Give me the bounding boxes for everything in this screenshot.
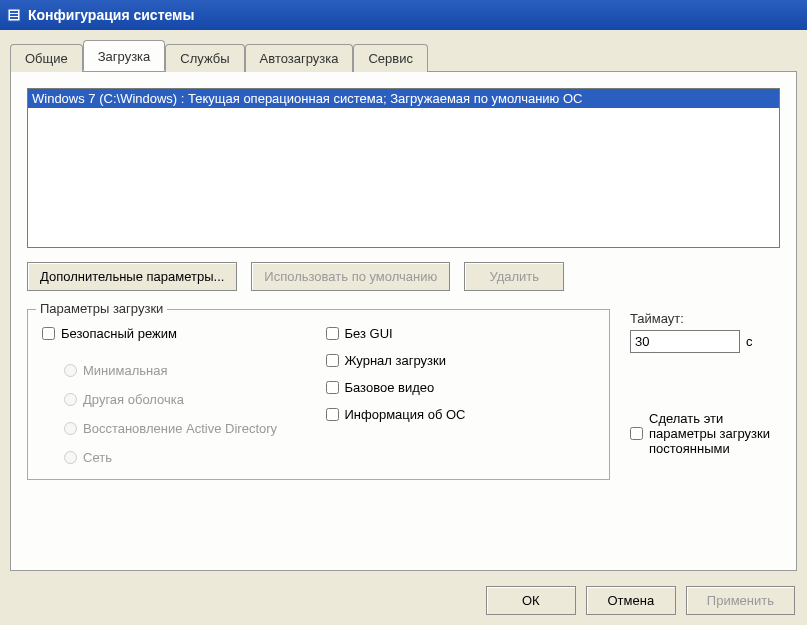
apply-button: Применить — [686, 586, 795, 615]
boot-options-right-col: Без GUI Журнал загрузки Базовое видео — [326, 326, 596, 465]
tab-boot[interactable]: Загрузка — [83, 40, 166, 71]
timeout-unit: с — [746, 334, 753, 349]
timeout-input[interactable] — [630, 330, 740, 353]
persist-checkbox-input[interactable] — [630, 427, 643, 440]
nogui-label: Без GUI — [345, 326, 393, 341]
boot-options-group: Параметры загрузки Безопасный режим Мини… — [27, 309, 610, 480]
boot-options-left-col: Безопасный режим Минимальная Другая обол… — [42, 326, 312, 465]
safeboot-network-input — [64, 451, 77, 464]
basevideo-checkbox[interactable]: Базовое видео — [326, 380, 596, 395]
app-icon — [6, 7, 22, 23]
bootlog-checkbox-input[interactable] — [326, 354, 339, 367]
svg-rect-2 — [10, 14, 18, 16]
svg-rect-3 — [10, 17, 18, 19]
safeboot-minimal-label: Минимальная — [83, 363, 168, 378]
persist-checkbox[interactable]: Сделать эти параметры загрузки постоянны… — [630, 411, 780, 456]
delete-button: Удалить — [464, 262, 564, 291]
tab-tools[interactable]: Сервис — [353, 44, 428, 72]
osinfo-label: Информация об ОС — [345, 407, 466, 422]
boot-options-legend: Параметры загрузки — [36, 301, 167, 316]
safeboot-adrepair-input — [64, 422, 77, 435]
boot-entries-list[interactable]: Windows 7 (C:\Windows) : Текущая операци… — [27, 88, 780, 248]
set-default-button: Использовать по умолчанию — [251, 262, 450, 291]
nogui-checkbox-input[interactable] — [326, 327, 339, 340]
safeboot-minimal-radio: Минимальная — [64, 363, 312, 378]
titlebar[interactable]: Конфигурация системы — [0, 0, 807, 30]
dialog-footer: ОК Отмена Применить — [486, 586, 795, 615]
cancel-button[interactable]: Отмена — [586, 586, 676, 615]
basevideo-checkbox-input[interactable] — [326, 381, 339, 394]
tab-startup[interactable]: Автозагрузка — [245, 44, 354, 72]
ok-button[interactable]: ОК — [486, 586, 576, 615]
safeboot-altshell-label: Другая оболочка — [83, 392, 184, 407]
bootlog-checkbox[interactable]: Журнал загрузки — [326, 353, 596, 368]
safeboot-altshell-input — [64, 393, 77, 406]
safeboot-adrepair-radio: Восстановление Active Directory — [64, 421, 312, 436]
boot-entry-selected[interactable]: Windows 7 (C:\Windows) : Текущая операци… — [28, 89, 779, 108]
basevideo-label: Базовое видео — [345, 380, 435, 395]
safeboot-altshell-radio: Другая оболочка — [64, 392, 312, 407]
bootlog-label: Журнал загрузки — [345, 353, 446, 368]
boot-button-row: Дополнительные параметры... Использовать… — [27, 262, 780, 291]
msconfig-window: Конфигурация системы Общие Загрузка Служ… — [0, 0, 807, 625]
safeboot-adrepair-label: Восстановление Active Directory — [83, 421, 277, 436]
timeout-label: Таймаут: — [630, 311, 780, 326]
persist-label: Сделать эти параметры загрузки постоянны… — [649, 411, 780, 456]
osinfo-checkbox-input[interactable] — [326, 408, 339, 421]
osinfo-checkbox[interactable]: Информация об ОС — [326, 407, 596, 422]
tab-strip: Общие Загрузка Службы Автозагрузка Серви… — [0, 30, 807, 71]
safeboot-network-label: Сеть — [83, 450, 112, 465]
advanced-options-button[interactable]: Дополнительные параметры... — [27, 262, 237, 291]
tab-services[interactable]: Службы — [165, 44, 244, 72]
safeboot-network-radio: Сеть — [64, 450, 312, 465]
safeboot-checkbox-input[interactable] — [42, 327, 55, 340]
nogui-checkbox[interactable]: Без GUI — [326, 326, 596, 341]
boot-right-column: Таймаут: с Сделать эти параметры загрузк… — [630, 309, 780, 480]
tab-general[interactable]: Общие — [10, 44, 83, 72]
safeboot-checkbox[interactable]: Безопасный режим — [42, 326, 312, 341]
window-title: Конфигурация системы — [28, 7, 194, 23]
boot-lower-section: Параметры загрузки Безопасный режим Мини… — [27, 309, 780, 480]
safeboot-label: Безопасный режим — [61, 326, 177, 341]
tab-panel-boot: Windows 7 (C:\Windows) : Текущая операци… — [10, 71, 797, 571]
svg-rect-1 — [10, 11, 18, 13]
safeboot-minimal-input — [64, 364, 77, 377]
